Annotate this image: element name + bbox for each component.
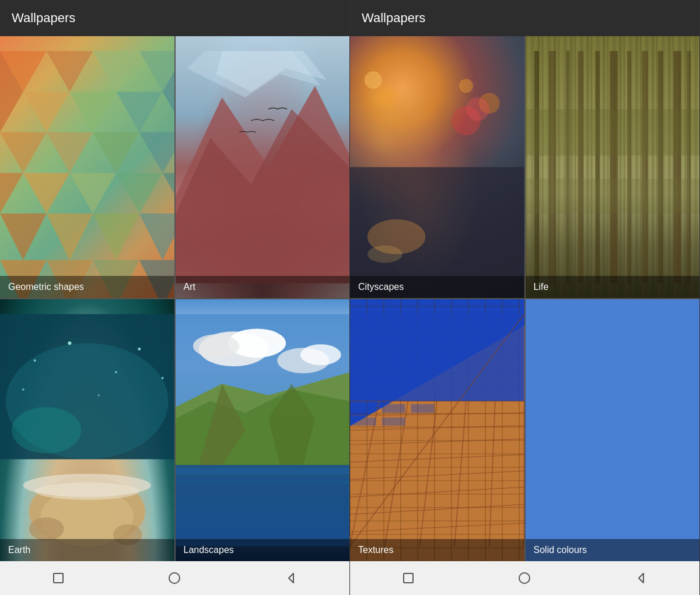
- art-label: Art: [176, 276, 350, 298]
- svg-point-49: [192, 334, 239, 358]
- svg-marker-1: [47, 51, 93, 92]
- svg-rect-105: [382, 418, 405, 426]
- svg-marker-5: [69, 92, 116, 132]
- left-grid: Geometric shapes Art: [0, 36, 349, 561]
- svg-point-36: [35, 482, 139, 500]
- svg-line-93: [350, 505, 524, 514]
- left-square-button[interactable]: [46, 568, 71, 588]
- art-cell[interactable]: Art: [176, 36, 350, 298]
- svg-marker-6: [116, 92, 163, 132]
- svg-point-65: [459, 79, 473, 93]
- svg-point-64: [365, 71, 382, 89]
- solid-colours-cell[interactable]: Solid colours: [526, 299, 700, 561]
- svg-marker-2: [93, 51, 139, 92]
- svg-marker-61: [289, 573, 293, 583]
- right-header: Wallpapers: [350, 0, 699, 36]
- svg-rect-78: [642, 51, 648, 284]
- earth-svg: [0, 299, 174, 561]
- svg-line-97: [419, 401, 437, 547]
- landscapes-label: Landscapes: [176, 539, 350, 561]
- right-navbar: [350, 561, 699, 595]
- right-circle-icon: [517, 571, 531, 585]
- svg-rect-76: [610, 51, 618, 284]
- life-cell[interactable]: Life: [526, 36, 700, 298]
- svg-point-43: [162, 377, 164, 379]
- svg-line-94: [350, 523, 524, 532]
- earth-bg: [0, 299, 174, 561]
- left-square-icon: [51, 571, 65, 585]
- left-phone: Wallpapers: [0, 0, 350, 595]
- solid-colours-bg: [526, 299, 700, 561]
- right-back-icon: [634, 571, 648, 585]
- svg-point-68: [466, 97, 489, 121]
- svg-rect-84: [350, 314, 524, 401]
- left-circle-button[interactable]: [162, 568, 187, 588]
- svg-rect-102: [382, 404, 405, 413]
- svg-rect-59: [54, 573, 63, 583]
- left-navbar: [0, 561, 349, 595]
- cityscapes-cell[interactable]: Cityscapes: [350, 36, 524, 298]
- right-square-button[interactable]: [396, 568, 421, 588]
- svg-point-70: [368, 246, 402, 263]
- svg-rect-57: [176, 468, 350, 474]
- right-back-button[interactable]: [628, 568, 654, 588]
- landscapes-svg: [176, 299, 350, 561]
- svg-point-37: [34, 359, 36, 362]
- right-circle-button[interactable]: [512, 568, 537, 588]
- cityscapes-label: Cityscapes: [350, 276, 524, 298]
- svg-point-63: [373, 86, 397, 109]
- svg-rect-72: [548, 51, 555, 284]
- left-back-icon: [284, 571, 298, 585]
- left-circle-icon: [167, 571, 181, 585]
- svg-line-91: [350, 471, 524, 480]
- svg-point-42: [22, 388, 24, 391]
- svg-marker-14: [69, 173, 116, 214]
- svg-point-32: [12, 407, 81, 454]
- svg-marker-19: [47, 214, 93, 260]
- svg-rect-81: [687, 51, 691, 284]
- left-header: Wallpapers: [0, 0, 349, 36]
- svg-marker-21: [139, 214, 174, 260]
- svg-rect-104: [353, 418, 376, 426]
- svg-point-44: [29, 517, 64, 541]
- life-bg: [526, 36, 700, 298]
- landscapes-cell[interactable]: Landscapes: [176, 299, 350, 561]
- svg-rect-73: [566, 51, 569, 284]
- svg-rect-77: [627, 51, 631, 284]
- textures-cell[interactable]: Textures: [350, 299, 524, 561]
- solid-colours-label: Solid colours: [526, 539, 700, 561]
- geometric-bg: [0, 36, 174, 298]
- svg-point-107: [519, 573, 530, 583]
- svg-rect-103: [411, 404, 434, 413]
- svg-marker-18: [0, 214, 47, 260]
- svg-marker-9: [47, 132, 93, 173]
- geometric-shapes-cell[interactable]: Geometric shapes: [0, 36, 174, 298]
- svg-marker-15: [116, 173, 163, 214]
- svg-rect-106: [404, 573, 413, 583]
- svg-line-92: [350, 487, 524, 497]
- left-back-button[interactable]: [278, 568, 304, 588]
- svg-line-89: [350, 439, 524, 444]
- textures-svg: [350, 299, 524, 561]
- svg-rect-82: [526, 109, 700, 156]
- svg-line-90: [350, 454, 524, 462]
- svg-marker-4: [23, 92, 70, 132]
- svg-point-40: [138, 348, 141, 351]
- landscapes-bg: [176, 299, 350, 561]
- svg-rect-79: [657, 51, 663, 284]
- svg-marker-10: [93, 132, 139, 173]
- svg-rect-80: [673, 51, 681, 284]
- svg-rect-71: [534, 51, 538, 284]
- svg-rect-58: [176, 480, 350, 484]
- svg-rect-75: [595, 51, 600, 284]
- geometric-shapes-label: Geometric shapes: [0, 276, 174, 298]
- cityscapes-svg: [350, 36, 524, 298]
- svg-rect-83: [526, 178, 700, 214]
- art-bg: [176, 36, 350, 298]
- svg-point-60: [169, 573, 180, 583]
- earth-cell[interactable]: Earth: [0, 299, 174, 561]
- life-label: Life: [526, 276, 700, 298]
- art-svg: [176, 36, 350, 298]
- svg-point-39: [115, 371, 117, 373]
- svg-marker-11: [0, 132, 47, 173]
